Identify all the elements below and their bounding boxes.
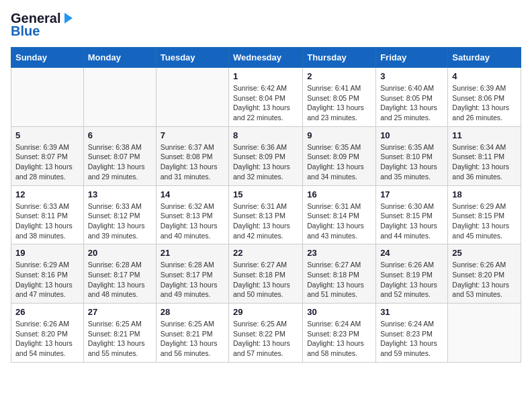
- day-number: 17: [380, 189, 443, 199]
- day-info: Sunrise: 6:40 AMSunset: 8:05 PMDaylight:…: [380, 83, 443, 123]
- calendar-cell: 16Sunrise: 6:31 AMSunset: 8:14 PMDayligh…: [303, 185, 376, 244]
- logo-blue-text: Blue: [11, 24, 75, 39]
- day-info: Sunrise: 6:25 AMSunset: 8:21 PMDaylight:…: [161, 319, 224, 359]
- day-info: Sunrise: 6:39 AMSunset: 8:06 PMDaylight:…: [452, 83, 517, 123]
- day-info: Sunrise: 6:32 AMSunset: 8:13 PMDaylight:…: [161, 201, 224, 241]
- day-info: Sunrise: 6:31 AMSunset: 8:13 PMDaylight:…: [233, 201, 298, 241]
- weekday-header-friday: Friday: [376, 48, 448, 68]
- day-number: 1: [233, 71, 298, 81]
- day-number: 18: [452, 189, 517, 199]
- day-number: 27: [88, 307, 152, 317]
- day-info: Sunrise: 6:37 AMSunset: 8:08 PMDaylight:…: [161, 142, 224, 182]
- day-number: 14: [161, 189, 224, 199]
- calendar-cell: 22Sunrise: 6:27 AMSunset: 8:18 PMDayligh…: [229, 244, 303, 304]
- day-info: Sunrise: 6:35 AMSunset: 8:10 PMDaylight:…: [380, 142, 443, 182]
- calendar-cell: 5Sunrise: 6:39 AMSunset: 8:07 PMDaylight…: [11, 126, 84, 185]
- day-number: 21: [161, 248, 224, 258]
- day-info: Sunrise: 6:27 AMSunset: 8:18 PMDaylight:…: [233, 260, 298, 300]
- day-info: Sunrise: 6:26 AMSunset: 8:20 PMDaylight:…: [15, 319, 79, 359]
- calendar-cell: 7Sunrise: 6:37 AMSunset: 8:08 PMDaylight…: [156, 126, 228, 185]
- day-info: Sunrise: 6:27 AMSunset: 8:18 PMDaylight:…: [307, 260, 371, 300]
- calendar-cell: 17Sunrise: 6:30 AMSunset: 8:15 PMDayligh…: [376, 185, 448, 244]
- calendar-cell: 12Sunrise: 6:33 AMSunset: 8:11 PMDayligh…: [11, 185, 84, 244]
- day-info: Sunrise: 6:36 AMSunset: 8:09 PMDaylight:…: [233, 142, 298, 182]
- calendar-cell: 19Sunrise: 6:29 AMSunset: 8:16 PMDayligh…: [11, 244, 84, 304]
- calendar-cell: 4Sunrise: 6:39 AMSunset: 8:06 PMDaylight…: [448, 68, 521, 127]
- day-info: Sunrise: 6:24 AMSunset: 8:23 PMDaylight:…: [380, 319, 443, 359]
- calendar-week-4: 19Sunrise: 6:29 AMSunset: 8:16 PMDayligh…: [11, 244, 521, 304]
- day-number: 31: [380, 307, 443, 317]
- weekday-header-sunday: Sunday: [11, 48, 84, 68]
- day-number: 15: [233, 189, 298, 199]
- day-number: 22: [233, 248, 298, 258]
- day-number: 2: [307, 71, 371, 81]
- calendar-cell: 1Sunrise: 6:42 AMSunset: 8:04 PMDaylight…: [229, 68, 303, 127]
- weekday-header-tuesday: Tuesday: [156, 48, 228, 68]
- day-info: Sunrise: 6:25 AMSunset: 8:22 PMDaylight:…: [233, 319, 298, 359]
- day-info: Sunrise: 6:26 AMSunset: 8:20 PMDaylight:…: [452, 260, 517, 300]
- calendar-cell: [83, 68, 156, 127]
- calendar-cell: 2Sunrise: 6:41 AMSunset: 8:05 PMDaylight…: [303, 68, 376, 127]
- day-number: 26: [15, 307, 79, 317]
- calendar-cell: 23Sunrise: 6:27 AMSunset: 8:18 PMDayligh…: [303, 244, 376, 304]
- calendar-cell: 27Sunrise: 6:25 AMSunset: 8:21 PMDayligh…: [83, 304, 156, 363]
- day-number: 6: [88, 130, 152, 140]
- calendar-cell: 25Sunrise: 6:26 AMSunset: 8:20 PMDayligh…: [448, 244, 521, 304]
- calendar-cell: 6Sunrise: 6:38 AMSunset: 8:07 PMDaylight…: [83, 126, 156, 185]
- day-number: 19: [15, 248, 79, 258]
- calendar-week-5: 26Sunrise: 6:26 AMSunset: 8:20 PMDayligh…: [11, 304, 521, 363]
- day-info: Sunrise: 6:39 AMSunset: 8:07 PMDaylight:…: [15, 142, 79, 182]
- weekday-header-thursday: Thursday: [303, 48, 376, 68]
- day-info: Sunrise: 6:24 AMSunset: 8:23 PMDaylight:…: [307, 319, 371, 359]
- day-number: 23: [307, 248, 371, 258]
- weekday-header-saturday: Saturday: [448, 48, 521, 68]
- calendar-cell: 3Sunrise: 6:40 AMSunset: 8:05 PMDaylight…: [376, 68, 448, 127]
- day-number: 11: [452, 130, 517, 140]
- calendar-week-2: 5Sunrise: 6:39 AMSunset: 8:07 PMDaylight…: [11, 126, 521, 185]
- day-number: 20: [88, 248, 152, 258]
- day-number: 5: [15, 130, 79, 140]
- calendar-cell: 15Sunrise: 6:31 AMSunset: 8:13 PMDayligh…: [229, 185, 303, 244]
- calendar-cell: 21Sunrise: 6:28 AMSunset: 8:17 PMDayligh…: [156, 244, 228, 304]
- calendar-cell: 18Sunrise: 6:29 AMSunset: 8:15 PMDayligh…: [448, 185, 521, 244]
- calendar-cell: [11, 68, 84, 127]
- day-number: 24: [380, 248, 443, 258]
- day-info: Sunrise: 6:28 AMSunset: 8:17 PMDaylight:…: [88, 260, 152, 300]
- page-header: General Blue: [11, 11, 521, 39]
- calendar-cell: 10Sunrise: 6:35 AMSunset: 8:10 PMDayligh…: [376, 126, 448, 185]
- day-info: Sunrise: 6:25 AMSunset: 8:21 PMDaylight:…: [88, 319, 152, 359]
- day-number: 12: [15, 189, 79, 199]
- logo-triangle-icon: [62, 11, 75, 25]
- calendar-cell: 31Sunrise: 6:24 AMSunset: 8:23 PMDayligh…: [376, 304, 448, 363]
- day-number: 13: [88, 189, 152, 199]
- logo: General Blue: [11, 11, 75, 39]
- day-number: 4: [452, 71, 517, 81]
- calendar-cell: 26Sunrise: 6:26 AMSunset: 8:20 PMDayligh…: [11, 304, 84, 363]
- day-info: Sunrise: 6:29 AMSunset: 8:16 PMDaylight:…: [15, 260, 79, 300]
- calendar-cell: [448, 304, 521, 363]
- day-info: Sunrise: 6:41 AMSunset: 8:05 PMDaylight:…: [307, 83, 371, 123]
- day-info: Sunrise: 6:30 AMSunset: 8:15 PMDaylight:…: [380, 201, 443, 241]
- calendar-body: 1Sunrise: 6:42 AMSunset: 8:04 PMDaylight…: [11, 68, 521, 363]
- day-info: Sunrise: 6:34 AMSunset: 8:11 PMDaylight:…: [452, 142, 517, 182]
- day-info: Sunrise: 6:31 AMSunset: 8:14 PMDaylight:…: [307, 201, 371, 241]
- calendar-cell: 28Sunrise: 6:25 AMSunset: 8:21 PMDayligh…: [156, 304, 228, 363]
- calendar-cell: 29Sunrise: 6:25 AMSunset: 8:22 PMDayligh…: [229, 304, 303, 363]
- day-info: Sunrise: 6:35 AMSunset: 8:09 PMDaylight:…: [307, 142, 371, 182]
- calendar-cell: 13Sunrise: 6:33 AMSunset: 8:12 PMDayligh…: [83, 185, 156, 244]
- weekday-header-row: SundayMondayTuesdayWednesdayThursdayFrid…: [11, 48, 521, 68]
- day-number: 25: [452, 248, 517, 258]
- calendar-cell: 24Sunrise: 6:26 AMSunset: 8:19 PMDayligh…: [376, 244, 448, 304]
- calendar-cell: 11Sunrise: 6:34 AMSunset: 8:11 PMDayligh…: [448, 126, 521, 185]
- day-info: Sunrise: 6:33 AMSunset: 8:11 PMDaylight:…: [15, 201, 79, 241]
- day-number: 10: [380, 130, 443, 140]
- calendar-cell: 30Sunrise: 6:24 AMSunset: 8:23 PMDayligh…: [303, 304, 376, 363]
- day-info: Sunrise: 6:38 AMSunset: 8:07 PMDaylight:…: [88, 142, 152, 182]
- day-number: 30: [307, 307, 371, 317]
- svg-marker-0: [64, 13, 73, 24]
- day-info: Sunrise: 6:29 AMSunset: 8:15 PMDaylight:…: [452, 201, 517, 241]
- day-info: Sunrise: 6:26 AMSunset: 8:19 PMDaylight:…: [380, 260, 443, 300]
- calendar-cell: 9Sunrise: 6:35 AMSunset: 8:09 PMDaylight…: [303, 126, 376, 185]
- calendar-cell: 20Sunrise: 6:28 AMSunset: 8:17 PMDayligh…: [83, 244, 156, 304]
- day-number: 9: [307, 130, 371, 140]
